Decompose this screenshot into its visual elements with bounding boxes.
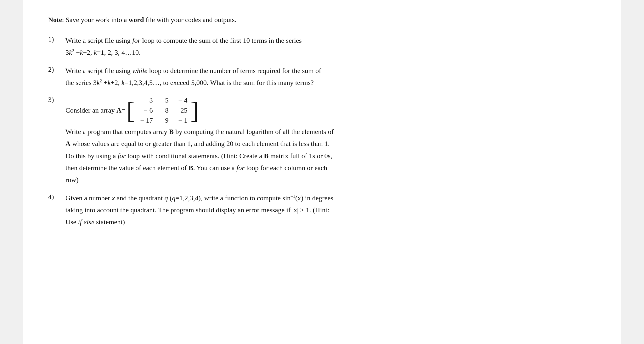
q4-number: 4) (48, 193, 65, 201)
matrix-r2c3: 25 (171, 106, 189, 115)
q3-line4: then determine the value of each element… (65, 163, 596, 173)
question-2: 2) Write a script file using while loop … (48, 65, 596, 89)
note-bold-prefix: Note (48, 16, 62, 24)
matrix-r1c1: 3 (136, 96, 155, 105)
q3-line3: Do this by using a for loop with conditi… (65, 151, 596, 161)
q1-number: 1) (48, 35, 65, 43)
q2-number: 2) (48, 65, 65, 74)
matrix-r3c3: − 1 (171, 116, 189, 125)
question-1: 1) Write a script file using for loop to… (48, 35, 596, 59)
matrix-r2c1: − 6 (136, 106, 155, 115)
q3-consider-text: Consider an array A= (65, 105, 125, 116)
q4-line2: taking into account the quadrant. The pr… (65, 205, 596, 215)
q3-number: 3) (48, 96, 65, 104)
matrix-content: 3 5 − 4 − 6 8 25 − 17 9 − 1 (136, 96, 189, 125)
matrix-r1c2: 5 (155, 96, 171, 105)
note-text: : Save your work into a (62, 16, 128, 24)
q3-line2: A whose values are equal to or greater t… (65, 138, 596, 149)
q1-line2: 3k2 +k+2, k=1, 2, 3, 4…10. (65, 47, 596, 58)
q3-line1: Write a program that computes array B by… (65, 126, 596, 137)
matrix-r1c3: − 4 (171, 96, 189, 105)
note-bold-word: word (128, 16, 144, 24)
note-line: Note: Save your work into a word file wi… (48, 16, 596, 24)
matrix-bracket-right: ] (191, 98, 199, 122)
matrix-r3c1: − 17 (136, 116, 155, 125)
q3-intro: Consider an array A= [ 3 5 − 4 − 6 8 25 … (65, 96, 596, 125)
matrix-r2c2: 8 (155, 106, 171, 115)
q2-while-italic: while (132, 67, 147, 75)
page-container: Note: Save your work into a word file wi… (23, 0, 621, 344)
q1-line1: Write a script file using for loop to co… (65, 35, 596, 46)
question-4: 4) Given a number x and the quadrant q (… (48, 193, 596, 229)
q3-line5: row) (65, 175, 596, 185)
q1-for-italic: for (132, 36, 140, 44)
q2-line1: Write a script file using while loop to … (65, 65, 596, 76)
q4-body: Given a number x and the quadrant q (q=1… (65, 193, 596, 229)
q4-line3: Use if else statement) (65, 217, 596, 227)
matrix-wrapper: [ 3 5 − 4 − 6 8 25 − 17 9 − 1 ] (127, 96, 199, 125)
q1-body: Write a script file using for loop to co… (65, 35, 596, 59)
questions-list: 1) Write a script file using for loop to… (48, 35, 596, 229)
matrix-r3c2: 9 (155, 116, 171, 125)
q4-line1: Given a number x and the quadrant q (q=1… (65, 193, 596, 203)
q3-body: Consider an array A= [ 3 5 − 4 − 6 8 25 … (65, 96, 596, 186)
q2-line2: the series 3k2 +k+2, k=1,2,3,4,5…, to ex… (65, 77, 596, 88)
q2-body: Write a script file using while loop to … (65, 65, 596, 89)
note-suffix: file with your codes and outputs. (144, 16, 236, 24)
matrix-bracket-left: [ (127, 98, 134, 122)
question-3: 3) Consider an array A= [ 3 5 − 4 − 6 8 … (48, 96, 596, 186)
